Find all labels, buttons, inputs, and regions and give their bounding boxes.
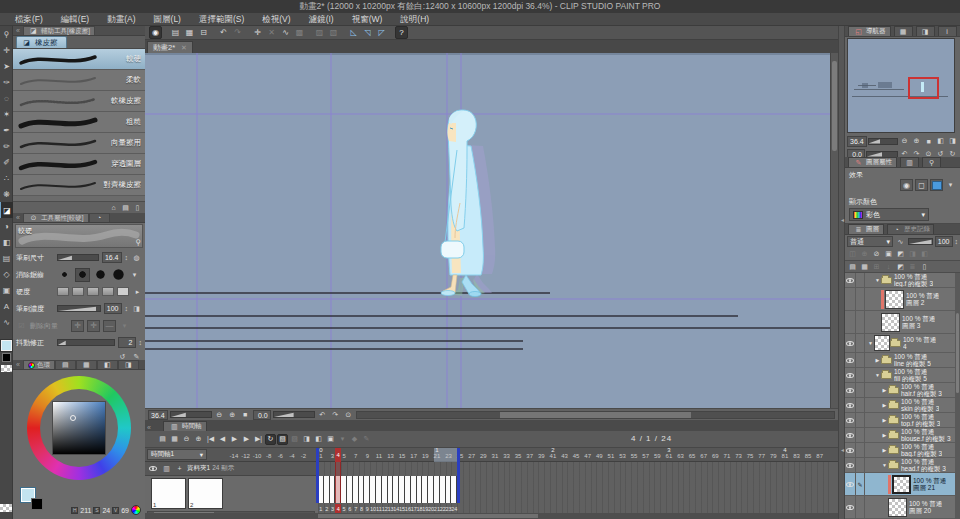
zoom-slider[interactable] xyxy=(170,411,212,418)
stabilization-slider[interactable] xyxy=(57,339,115,346)
expand-arrow-icon[interactable]: ▼ xyxy=(881,462,888,468)
layer-row-1[interactable]: ▼100 % 普通leg.f 的複製 3 xyxy=(845,273,955,288)
layer-thumbnail[interactable] xyxy=(885,290,904,309)
sv-cursor[interactable] xyxy=(70,415,76,421)
density-option-icon[interactable]: ◨ xyxy=(131,303,142,314)
help-icon[interactable]: ? xyxy=(395,26,408,39)
subtool-item-2[interactable]: 柔軟 xyxy=(13,70,145,91)
nav-zoom-in-icon[interactable]: ⊕ xyxy=(911,136,922,147)
tab-layer-property[interactable]: ✎ 圖層屬性 xyxy=(848,157,897,167)
subtool-item-6[interactable]: 穿透圖層 xyxy=(13,154,145,175)
mesh-transform-icon[interactable]: ▩ xyxy=(293,26,306,39)
expand-arrow-icon[interactable]: ▶ xyxy=(881,387,888,393)
rotate-right-icon[interactable]: ↷ xyxy=(330,409,341,420)
border-effect-icon[interactable]: ◉ xyxy=(900,179,913,191)
eye-cell[interactable] xyxy=(845,458,856,472)
visibility-eye-icon[interactable]: ◉ xyxy=(149,26,162,39)
expand-arrow-icon[interactable]: ▶ xyxy=(874,357,881,363)
frame-rate-icon[interactable]: ▣ xyxy=(325,434,336,445)
reference-layer-icon[interactable]: ⊕ xyxy=(859,249,870,260)
layer-row-13[interactable]: ✎100 % 普通圖層 21 xyxy=(845,473,955,496)
light-table-2-icon[interactable]: ◧ xyxy=(313,434,324,445)
layer-row-14[interactable]: 100 % 普通圖層 20 xyxy=(845,496,955,519)
expand-arrow-icon[interactable]: ▶ xyxy=(881,432,888,438)
layer-row-8[interactable]: ▶100 % 普通skin 的複製 3 xyxy=(845,398,955,413)
eye-cell[interactable] xyxy=(845,413,856,427)
layer-thumbnail[interactable] xyxy=(892,475,911,494)
tool-property-tab[interactable]: ⊙ 工具屬性[較硬] xyxy=(23,213,89,222)
canvas-tab[interactable]: 動畫2* ✕ xyxy=(147,41,193,53)
canvas-horizontal-scrollbar[interactable] xyxy=(356,411,835,419)
new-raster-layer-icon[interactable]: ▤ xyxy=(847,261,858,272)
brush-size-value[interactable]: 16.4 xyxy=(102,252,122,263)
keyframe-icon[interactable]: ◆ xyxy=(349,434,360,445)
fill-tool[interactable]: ◧ xyxy=(0,234,13,250)
play-icon[interactable]: ▶ xyxy=(229,434,240,445)
eye-icon[interactable] xyxy=(846,373,854,378)
zoom-tool[interactable]: ⚲ xyxy=(0,26,13,42)
frame-border-tool[interactable]: ▣ xyxy=(0,282,13,298)
lock-layer-icon[interactable]: ⊘ xyxy=(871,249,882,260)
expand-arrow-icon[interactable]: ▼ xyxy=(874,277,881,283)
layer-row-11[interactable]: ▶100 % 普通bag.f 的複製 3 xyxy=(845,443,955,458)
scale-rotate-icon[interactable]: ✛ xyxy=(251,26,264,39)
correct-line-tool[interactable]: ∿ xyxy=(0,314,13,330)
eye-cell[interactable] xyxy=(845,288,856,310)
playhead-handle[interactable]: 4 xyxy=(335,448,341,462)
eye-cell[interactable] xyxy=(845,496,856,518)
nav-zoom-100-icon[interactable]: ■ xyxy=(923,136,934,147)
eye-cell[interactable] xyxy=(845,428,856,442)
menu-item-1[interactable]: 編輯(E) xyxy=(52,13,98,25)
tone-effect-icon[interactable]: ◻ xyxy=(915,179,928,191)
expand-arrow-icon[interactable]: ▶ xyxy=(881,402,888,408)
subtool-item-5[interactable]: 向量擦用 xyxy=(13,133,145,154)
eye-cell[interactable] xyxy=(845,311,856,333)
chevron-down-icon[interactable]: ▾ xyxy=(945,180,956,191)
antialias-middle[interactable] xyxy=(93,268,108,282)
timeline-select-dropdown[interactable]: 時間軸1 ▾ xyxy=(147,449,207,460)
layer-thumbnail[interactable] xyxy=(874,335,890,351)
nav-flip-icon[interactable]: ◨ xyxy=(947,136,958,147)
subtool-item-7[interactable]: 對齊橡皮擦 xyxy=(13,175,145,196)
stepper-icon[interactable]: ↕ xyxy=(139,339,143,346)
menu-item-6[interactable]: 濾鏡(I) xyxy=(300,13,343,25)
layer-list-scrollbar[interactable] xyxy=(955,273,960,519)
panel-splitter[interactable]: ◂ ◂ xyxy=(838,26,845,519)
eye-icon[interactable] xyxy=(846,448,854,453)
close-icon[interactable]: ✕ xyxy=(181,44,187,52)
canvas-vertical-scrollbar[interactable] xyxy=(830,53,838,408)
operation-tool[interactable]: ➤ xyxy=(0,58,13,74)
eye-icon[interactable] xyxy=(846,341,854,346)
transfer-down-icon[interactable]: ⊞ xyxy=(871,261,882,272)
eye-icon[interactable] xyxy=(149,466,157,471)
collapse-icon[interactable]: « xyxy=(13,27,23,34)
intermediate-color-tab[interactable]: ◨ xyxy=(118,360,139,369)
display-color-dropdown[interactable]: 彩色 ▾ xyxy=(849,208,929,221)
timeline-dropdown-icon[interactable]: ▾ xyxy=(337,434,348,445)
cel-thumbnail-2[interactable]: 2 xyxy=(188,478,223,509)
hardness-3[interactable] xyxy=(87,287,99,296)
rgb-mode-icon[interactable] xyxy=(131,505,141,515)
tab-item-bank[interactable]: ◨ xyxy=(916,26,935,36)
subtool-item-1[interactable]: 較硬 xyxy=(13,49,145,70)
tab-layer-search[interactable]: ⚲ xyxy=(922,157,941,167)
layer-thumbnail[interactable] xyxy=(888,498,907,517)
expand-arrow-icon[interactable]: ▶ xyxy=(881,447,888,453)
saturation-value-square[interactable] xyxy=(52,401,106,455)
transparent-color-swatch[interactable] xyxy=(1,365,12,372)
auto-select-tool[interactable]: ✶ xyxy=(0,106,13,122)
sub-color-swatch[interactable] xyxy=(31,498,43,510)
eye-icon[interactable] xyxy=(846,358,854,363)
tab-history[interactable]: ◔歷史記錄 xyxy=(887,224,934,234)
layer-color-icon[interactable]: ◧ xyxy=(919,249,930,260)
pressure-icon[interactable]: ◍ xyxy=(131,252,142,263)
stepper-icon[interactable]: ↕ xyxy=(955,238,959,245)
timeline-ruler[interactable]: 時間軸1 ▾ -14-12-10-8-6-4-21357911131517192… xyxy=(145,448,838,462)
zoom-out-icon[interactable]: ⊖ xyxy=(214,409,225,420)
eye-cell[interactable] xyxy=(845,473,856,495)
eye-cell[interactable] xyxy=(845,383,856,397)
save-file-icon[interactable]: ⊟ xyxy=(197,26,210,39)
eye-icon[interactable] xyxy=(846,388,854,393)
prev-frame-icon[interactable]: ◀ xyxy=(217,434,228,445)
onion-skin-icon[interactable]: ▧ xyxy=(277,434,288,445)
